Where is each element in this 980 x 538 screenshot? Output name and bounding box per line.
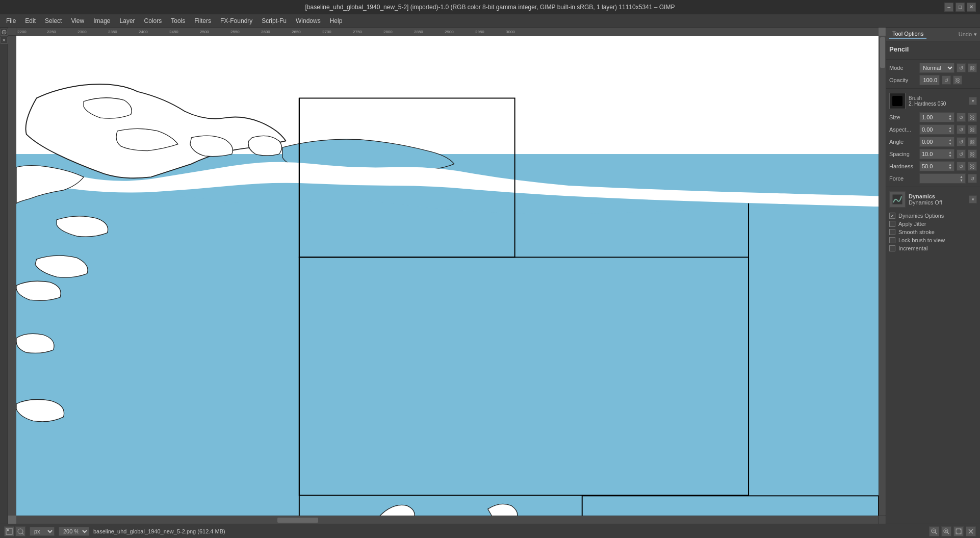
brush-info: Brush 2. Hardness 050 — [909, 95, 966, 107]
force-value-box[interactable]: ▲ ▼ — [919, 173, 966, 184]
svg-text:2950: 2950 — [475, 30, 484, 34]
svg-text:2400: 2400 — [139, 30, 148, 34]
svg-text:3000: 3000 — [506, 30, 515, 34]
angle-spinners[interactable]: ▲ ▼ — [948, 138, 952, 145]
size-reset-button[interactable]: ↺ — [957, 113, 966, 122]
angle-chain-button[interactable]: ⛓ — [968, 137, 977, 146]
apply-jitter-checkbox[interactable] — [889, 221, 895, 227]
bottom-scrollbar[interactable] — [16, 516, 886, 524]
spacing-up-spinner[interactable]: ▲ — [948, 150, 952, 154]
spacing-down-spinner[interactable]: ▼ — [948, 154, 952, 158]
menu-tools[interactable]: Tools — [167, 16, 189, 25]
menu-image[interactable]: Image — [89, 16, 114, 25]
size-up-spinner[interactable]: ▲ — [948, 114, 952, 117]
menu-help[interactable]: Help — [326, 16, 347, 25]
horizontal-scrollbar-thumb[interactable] — [277, 518, 318, 523]
canvas-area[interactable]: 2200 2250 2300 2350 2400 2450 2500 2550 … — [8, 28, 886, 524]
size-down-spinner[interactable]: ▼ — [948, 117, 952, 121]
status-zoom-in-button[interactable] — [941, 526, 951, 536]
angle-down-spinner[interactable]: ▼ — [948, 142, 952, 145]
svg-line-33 — [935, 532, 937, 534]
menu-file[interactable]: File — [2, 16, 20, 25]
opacity-number: 100.0 — [923, 77, 937, 83]
size-chain-button[interactable]: ⛓ — [968, 113, 977, 122]
aspect-value: 0.00 — [922, 126, 933, 133]
right-scrollbar[interactable] — [879, 36, 886, 516]
svg-text:2550: 2550 — [230, 30, 240, 34]
aspect-chain-button[interactable]: ⛓ — [968, 125, 977, 134]
opacity-value[interactable]: 100.0 — [919, 75, 940, 85]
menu-script-fu[interactable]: Script-Fu — [257, 16, 291, 25]
smooth-stroke-checkbox[interactable] — [889, 229, 895, 235]
status-zoom-out-button[interactable] — [929, 526, 939, 536]
menu-select[interactable]: Select — [41, 16, 66, 25]
menu-view[interactable]: View — [67, 16, 88, 25]
hardness-down-spinner[interactable]: ▼ — [948, 166, 952, 170]
brush-preview[interactable] — [889, 93, 906, 109]
menu-layer[interactable]: Layer — [116, 16, 139, 25]
menu-edit[interactable]: Edit — [21, 16, 40, 25]
window-title: [baseline_uhd_global_1940_new_5-2] (impo… — [305, 4, 675, 11]
incremental-checkbox[interactable] — [889, 245, 895, 251]
panel-menu-button[interactable]: ▾ — [974, 31, 977, 38]
opacity-chain-button[interactable]: ⛓ — [953, 75, 962, 85]
tab-tool-options[interactable]: Tool Options — [889, 30, 926, 39]
brush-open-button[interactable]: ▾ — [969, 97, 977, 105]
minimize-button[interactable]: – — [944, 3, 953, 12]
spacing-value-box[interactable]: 10.0 ▲ ▼ — [919, 149, 955, 159]
image-canvas[interactable] — [16, 36, 879, 516]
menu-windows[interactable]: Windows — [292, 16, 325, 25]
mode-chain-button[interactable]: ⛓ — [968, 63, 977, 72]
size-spinners[interactable]: ▲ ▼ — [948, 114, 952, 121]
hardness-spinners[interactable]: ▲ ▼ — [948, 163, 952, 170]
status-fullscreen-button[interactable] — [953, 526, 964, 536]
force-up-spinner[interactable]: ▲ — [960, 175, 963, 178]
opacity-reset-button[interactable]: ↺ — [942, 75, 951, 85]
hardness-chain-button[interactable]: ⛓ — [968, 162, 977, 171]
dynamics-options-checkbox[interactable]: ✓ — [889, 213, 895, 219]
aspect-down-spinner[interactable]: ▼ — [948, 130, 952, 133]
mode-reset-button[interactable]: ↺ — [957, 63, 966, 72]
hardness-label: Hardness — [889, 163, 917, 169]
main-layout: ✕ 2200 2250 2300 2350 2400 2450 2500 255… — [0, 28, 980, 524]
size-value-box[interactable]: 1.00 ▲ ▼ — [919, 112, 955, 122]
hardness-up-spinner[interactable]: ▲ — [948, 163, 952, 166]
aspect-up-spinner[interactable]: ▲ — [948, 126, 952, 130]
mode-select[interactable]: Normal Dissolve Multiply — [919, 63, 955, 73]
spacing-reset-button[interactable]: ↺ — [957, 149, 966, 159]
vertical-scrollbar-thumb[interactable] — [880, 37, 885, 68]
menu-filters[interactable]: Filters — [190, 16, 215, 25]
spacing-chain-button[interactable]: ⛓ — [968, 149, 977, 159]
angle-up-spinner[interactable]: ▲ — [948, 138, 952, 142]
hardness-value-box[interactable]: 50.0 ▲ ▼ — [919, 161, 955, 171]
aspect-spinners[interactable]: ▲ ▼ — [948, 126, 952, 133]
status-close-button[interactable] — [966, 526, 976, 536]
zoom-fit-button[interactable] — [4, 526, 14, 536]
aspect-value-box[interactable]: 0.00 ▲ ▼ — [919, 124, 955, 135]
zoom-select[interactable]: 200 % 100 % 50 % — [59, 527, 89, 536]
force-reset-button[interactable]: ↺ — [968, 174, 977, 183]
dynamics-options-label: Dynamics Options — [898, 213, 944, 219]
svg-text:2450: 2450 — [169, 30, 178, 34]
undo-button[interactable]: Undo — [959, 31, 972, 37]
dynamics-icon[interactable] — [889, 191, 906, 208]
navigator-icon[interactable] — [1, 29, 8, 36]
hardness-reset-button[interactable]: ↺ — [957, 162, 966, 171]
force-spinners[interactable]: ▲ ▼ — [960, 175, 963, 182]
menu-colors[interactable]: Colors — [140, 16, 166, 25]
dynamics-open-button[interactable]: ▾ — [969, 195, 977, 203]
aspect-reset-button[interactable]: ↺ — [957, 125, 966, 134]
angle-reset-button[interactable]: ↺ — [957, 137, 966, 146]
unit-select[interactable]: px mm in — [30, 527, 55, 536]
angle-label: Angle — [889, 139, 917, 145]
lock-brush-checkbox[interactable] — [889, 237, 895, 243]
menu-fx-foundry[interactable]: FX-Foundry — [216, 16, 256, 25]
angle-value-box[interactable]: 0.00 ▲ ▼ — [919, 137, 955, 147]
dynamics-area: Dynamics Dynamics Off ▾ — [886, 189, 980, 212]
spacing-spinners[interactable]: ▲ ▼ — [948, 150, 952, 158]
maximize-button[interactable]: □ — [956, 3, 965, 12]
force-down-spinner[interactable]: ▼ — [960, 178, 963, 182]
close-button[interactable]: ✕ — [967, 3, 976, 12]
close-panel-button[interactable]: ✕ — [1, 37, 8, 44]
zoom-100-button[interactable] — [15, 526, 25, 536]
